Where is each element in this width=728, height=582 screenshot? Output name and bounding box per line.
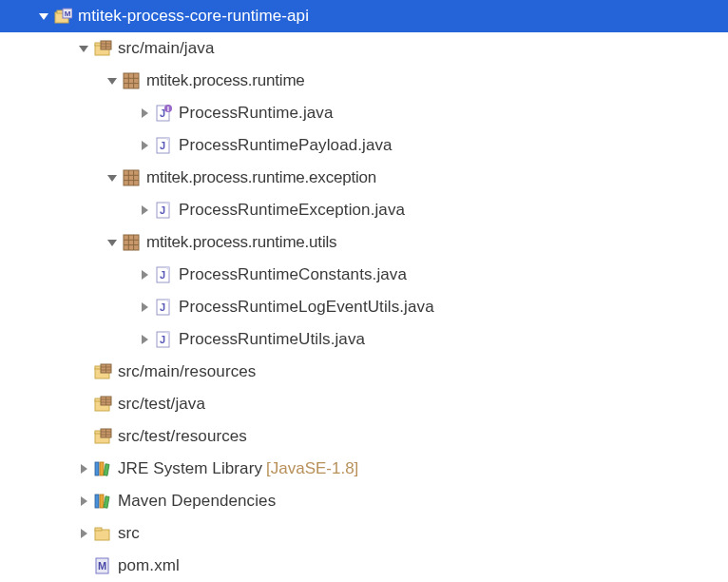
project-name-label: mtitek-process-core-runtime-api xyxy=(78,7,309,26)
tree-row-project[interactable]: M mtitek-process-core-runtime-api xyxy=(0,0,728,32)
collapse-arrow-icon[interactable] xyxy=(137,138,152,153)
tree-row-pom[interactable]: M pom.xml xyxy=(0,550,728,582)
package-icon xyxy=(122,168,141,187)
tree-row-src-folder[interactable]: src xyxy=(0,517,728,550)
collapse-arrow-icon[interactable] xyxy=(76,494,91,509)
tree-row-file[interactable]: J I ProcessRuntime.java xyxy=(0,97,728,129)
folder-icon xyxy=(93,524,112,543)
java-file-icon: J xyxy=(154,201,173,220)
tree-row-package-exception[interactable]: mtitek.process.runtime.exception xyxy=(0,162,728,194)
expand-arrow-icon[interactable] xyxy=(76,41,91,56)
svg-rect-31 xyxy=(124,235,139,250)
svg-rect-66 xyxy=(95,495,99,508)
java-file-icon: J xyxy=(154,330,173,349)
svg-rect-70 xyxy=(95,528,102,531)
svg-rect-10 xyxy=(124,73,139,88)
source-folder-icon xyxy=(93,362,112,381)
expand-arrow-icon[interactable] xyxy=(105,235,120,250)
package-icon xyxy=(122,71,141,90)
source-folder-icon xyxy=(93,427,112,446)
folder-label: src/main/java xyxy=(118,39,214,58)
java-file-icon: J xyxy=(154,265,173,284)
svg-text:J: J xyxy=(160,140,165,151)
java-file-icon: J xyxy=(154,136,173,155)
svg-text:J: J xyxy=(160,269,165,281)
maven-project-icon: M xyxy=(53,7,72,26)
tree-row-file[interactable]: J ProcessRuntimePayload.java xyxy=(0,129,728,162)
tree-row-src-main-resources[interactable]: src/main/resources xyxy=(0,356,728,388)
tree-row-src-main-java[interactable]: src/main/java xyxy=(0,32,728,65)
folder-label: src/test/java xyxy=(118,395,205,414)
expand-arrow-icon[interactable] xyxy=(105,170,120,185)
tree-row-file[interactable]: J ProcessRuntimeUtils.java xyxy=(0,323,728,356)
collapse-arrow-icon[interactable] xyxy=(137,203,152,218)
package-explorer-tree[interactable]: M mtitek-process-core-runtime-api src/ma… xyxy=(0,0,728,582)
svg-rect-65 xyxy=(104,464,109,476)
collapse-arrow-icon[interactable] xyxy=(137,106,152,121)
tree-row-src-test-resources[interactable]: src/test/resources xyxy=(0,420,728,453)
collapse-arrow-icon[interactable] xyxy=(76,461,91,476)
svg-text:M: M xyxy=(98,560,106,572)
tree-row-jre-library[interactable]: JRE System Library [JavaSE-1.8] xyxy=(0,453,728,485)
svg-text:J: J xyxy=(160,301,165,313)
svg-text:I: I xyxy=(167,106,169,112)
file-label: ProcessRuntimeException.java xyxy=(179,201,405,220)
folder-label: src xyxy=(118,524,140,543)
library-icon xyxy=(93,492,112,511)
collapse-arrow-icon[interactable] xyxy=(76,526,91,541)
tree-row-file[interactable]: J ProcessRuntimeException.java xyxy=(0,194,728,226)
file-label: ProcessRuntime.java xyxy=(179,104,334,123)
source-folder-icon xyxy=(93,39,112,58)
svg-rect-68 xyxy=(104,496,109,509)
expand-arrow-icon[interactable] xyxy=(36,9,51,24)
file-label: ProcessRuntimePayload.java xyxy=(179,136,393,155)
package-label: mtitek.process.runtime.utils xyxy=(146,233,336,252)
tree-row-maven-deps[interactable]: Maven Dependencies xyxy=(0,485,728,517)
svg-text:J: J xyxy=(160,204,165,216)
file-label: ProcessRuntimeLogEventUtils.java xyxy=(179,298,434,317)
tree-row-package-runtime[interactable]: mtitek.process.runtime xyxy=(0,65,728,97)
svg-text:M: M xyxy=(65,10,71,18)
folder-label: src/test/resources xyxy=(118,427,247,446)
maven-pom-icon: M xyxy=(93,556,112,575)
package-icon xyxy=(122,233,141,252)
folder-label: src/main/resources xyxy=(118,362,256,381)
collapse-arrow-icon[interactable] xyxy=(137,267,152,282)
tree-row-package-utils[interactable]: mtitek.process.runtime.utils xyxy=(0,226,728,259)
file-label: pom.xml xyxy=(118,556,180,575)
svg-rect-64 xyxy=(100,462,104,475)
java-file-icon: J xyxy=(154,298,173,317)
source-folder-icon xyxy=(93,395,112,414)
file-label: ProcessRuntimeConstants.java xyxy=(179,265,407,284)
library-label: JRE System Library xyxy=(118,459,262,478)
library-label: Maven Dependencies xyxy=(118,492,276,511)
tree-row-file[interactable]: J ProcessRuntimeLogEventUtils.java xyxy=(0,291,728,323)
collapse-arrow-icon[interactable] xyxy=(137,332,152,347)
package-label: mtitek.process.runtime.exception xyxy=(146,168,376,187)
collapse-arrow-icon[interactable] xyxy=(137,300,152,315)
svg-rect-67 xyxy=(100,495,104,508)
library-icon xyxy=(93,459,112,478)
java-interface-file-icon: J I xyxy=(154,104,173,123)
library-version-label: [JavaSE-1.8] xyxy=(266,459,358,478)
svg-text:J: J xyxy=(160,334,165,345)
svg-rect-63 xyxy=(95,462,99,475)
tree-row-src-test-java[interactable]: src/test/java xyxy=(0,388,728,420)
svg-rect-69 xyxy=(95,530,109,540)
package-label: mtitek.process.runtime xyxy=(146,71,305,90)
file-label: ProcessRuntimeUtils.java xyxy=(179,330,365,349)
expand-arrow-icon[interactable] xyxy=(105,73,120,88)
svg-rect-23 xyxy=(124,170,139,185)
tree-row-file[interactable]: J ProcessRuntimeConstants.java xyxy=(0,259,728,291)
